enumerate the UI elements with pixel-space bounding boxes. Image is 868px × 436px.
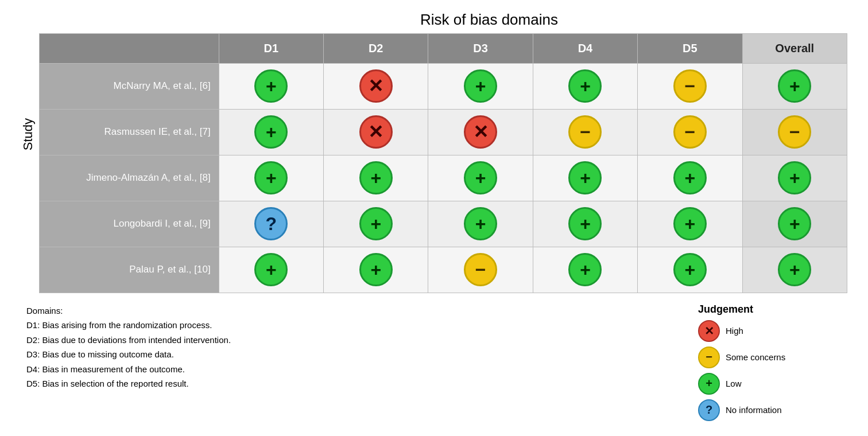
study-cell: Longobardi I, et al., [9] [40,201,219,247]
cell-d4: + [533,155,637,201]
judgement-item: +Low [698,373,847,395]
icon-d5: − [673,115,707,149]
icon-d5: + [673,207,707,240]
icon-d2: + [359,207,393,240]
icon-d1: + [254,161,288,194]
icon-d1: + [254,115,288,149]
icon-d2: + [359,253,393,286]
icon-overall: + [778,69,811,103]
col-d4: D4 [533,33,637,63]
icon-overall: + [778,161,811,194]
cell-d3: + [428,63,533,109]
judgement-label: Low [726,379,742,388]
icon-overall: + [778,207,811,240]
cell-d4: + [533,63,637,109]
col-d2: D2 [324,33,428,63]
cell-d5: − [638,109,742,155]
cell-d3: + [428,155,533,201]
cell-overall: + [742,63,847,109]
col-d1: D1 [219,33,323,63]
icon-d3: + [464,69,497,103]
judgement-list: ✕High−Some concerns+Low?No information [698,320,847,421]
judgement-label: No information [726,405,782,415]
judgement-item: ✕High [698,320,847,342]
icon-d5: + [673,253,707,286]
icon-d5: − [673,69,707,103]
domain-item: D5: Bias in selection of the reported re… [26,376,675,391]
icon-d3: + [464,161,497,194]
icon-d4: − [568,115,602,149]
icon-d1: + [254,69,288,103]
cell-d1: + [219,247,323,293]
cell-d5: + [638,155,742,201]
table-wrapper: Risk of bias domains D1 D2 D3 D4 D5 Over… [39,11,847,293]
cell-d2: + [324,247,428,293]
cell-d1: ? [219,201,323,247]
cell-d4: + [533,201,637,247]
icon-d2: ✕ [359,115,393,149]
domain-item: D2: Bias due to deviations from intended… [26,333,675,348]
cell-d1: + [219,109,323,155]
domains-section: Domains: D1: Bias arising from the rando… [26,303,675,426]
cell-d4: − [533,109,637,155]
cell-d5: + [638,201,742,247]
cell-d3: − [428,247,533,293]
judgement-section: Judgement ✕High−Some concerns+Low?No inf… [698,303,847,426]
icon-d1: + [254,253,288,286]
chart-area: Study Risk of bias domains D1 D2 D3 D4 D… [21,11,847,293]
col-d3: D3 [428,33,533,63]
col-study [40,33,219,63]
icon-d1: ? [254,207,288,240]
judgement-title: Judgement [698,303,847,316]
study-cell: Rasmussen IE, et al., [7] [40,109,219,155]
cell-d3: + [428,201,533,247]
domain-item: D3: Bias due to missing outcome data. [26,347,675,362]
domain-item: D4: Bias in measurement of the outcome. [26,362,675,377]
domains-title: Domains: [26,303,675,318]
study-cell: McNarry MA, et al., [6] [40,63,219,109]
page-container: Study Risk of bias domains D1 D2 D3 D4 D… [9,0,859,436]
cell-d3: ✕ [428,109,533,155]
study-cell: Jimeno-Almazán A, et al., [8] [40,155,219,201]
cell-overall: + [742,155,847,201]
bottom-area: Domains: D1: Bias arising from the rando… [26,303,847,426]
cell-d5: + [638,247,742,293]
icon-d3: ✕ [464,115,497,149]
icon-d4: + [568,161,602,194]
bias-table: D1 D2 D3 D4 D5 Overall McNarry MA, et al… [39,33,847,293]
judgement-label: Some concerns [726,352,785,362]
icon-d4: + [568,69,602,103]
icon-d2: ✕ [359,69,393,103]
domains-list: D1: Bias arising from the randomization … [26,318,675,391]
cell-d2: ✕ [324,63,428,109]
cell-d2: + [324,155,428,201]
page-title: Risk of bias domains [131,11,847,29]
col-d5: D5 [638,33,742,63]
cell-overall: − [742,109,847,155]
judgement-icon-green: + [698,373,720,395]
col-overall: Overall [742,33,847,63]
judgement-item: −Some concerns [698,347,847,368]
judgement-icon-blue: ? [698,399,720,421]
icon-d4: + [568,253,602,286]
cell-d4: + [533,247,637,293]
judgement-item: ?No information [698,399,847,421]
icon-d5: + [673,161,707,194]
judgement-icon-yellow: − [698,347,720,368]
cell-d1: + [219,63,323,109]
cell-d5: − [638,63,742,109]
judgement-icon-red: ✕ [698,320,720,342]
study-cell: Palau P, et al., [10] [40,247,219,293]
cell-d2: + [324,201,428,247]
icon-overall: + [778,253,811,286]
domain-item: D1: Bias arising from the randomization … [26,318,675,333]
cell-d2: ✕ [324,109,428,155]
cell-overall: + [742,247,847,293]
icon-overall: − [778,115,811,149]
icon-d2: + [359,161,393,194]
cell-overall: + [742,201,847,247]
y-axis-label: Study [21,118,36,150]
cell-d1: + [219,155,323,201]
icon-d4: + [568,207,602,240]
icon-d3: − [464,253,497,286]
